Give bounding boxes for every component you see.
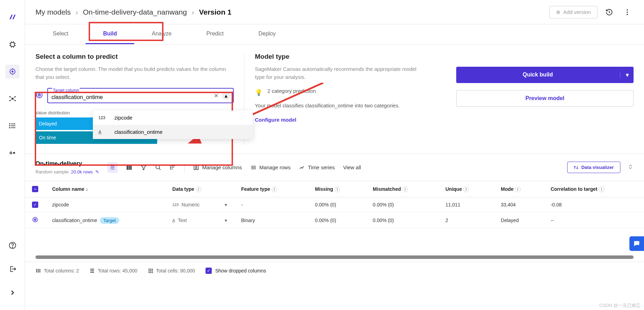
tab-analyze[interactable]: Analyze	[134, 24, 189, 44]
breadcrumb: My models › On-time-delivery-data_nanwan…	[35, 8, 232, 16]
logout-icon[interactable]	[6, 262, 19, 276]
time-series[interactable]: Time series	[299, 164, 335, 171]
info-icon[interactable]: i	[402, 187, 408, 192]
add-version-button[interactable]: ⊕ Add version	[549, 6, 597, 18]
tabs: Select Build Analyze Predict Deploy	[25, 24, 644, 44]
show-dropped-toggle[interactable]: Show dropped columns	[206, 268, 266, 274]
quick-build-label: Quick build	[461, 72, 614, 78]
list-icon[interactable]	[6, 119, 19, 133]
dropdown-item-zipcode[interactable]: 123 zipcode	[93, 111, 253, 125]
chip-icon[interactable]	[6, 38, 19, 51]
dropdown-item-classification[interactable]: A classification_ontime	[93, 125, 253, 139]
edit-icon[interactable]: ✎	[95, 169, 99, 174]
svg-rect-37	[129, 165, 130, 170]
select-all-checkbox[interactable]	[32, 186, 38, 192]
svg-rect-44	[194, 165, 196, 170]
view-all[interactable]: View all	[343, 164, 361, 170]
svg-line-19	[13, 99, 15, 101]
tab-build[interactable]: Build	[86, 24, 134, 44]
info-icon[interactable]: i	[196, 187, 201, 192]
expand-icon[interactable]	[627, 164, 634, 171]
svg-rect-56	[90, 270, 94, 271]
target-label: Target column	[52, 88, 80, 93]
header-data-type: Data typei	[166, 181, 234, 197]
breadcrumb-model[interactable]: On-time-delivery-data_nanwang	[83, 8, 187, 16]
horizontal-scrollbar[interactable]	[35, 255, 634, 259]
filter-icon[interactable]	[140, 164, 147, 171]
info-icon[interactable]: i	[515, 187, 521, 192]
chevron-down-icon[interactable]: ▾	[620, 72, 629, 78]
chat-fab[interactable]	[629, 236, 644, 251]
tab-select[interactable]: Select	[35, 24, 86, 44]
show-dropped-checkbox[interactable]	[206, 268, 212, 274]
dtype-select[interactable]: ▾	[225, 218, 227, 223]
sample-rows[interactable]: 20.0k rows	[71, 169, 93, 174]
missing: 0.00% (0)	[308, 197, 366, 212]
data-viz-label: Data visualizer	[581, 165, 614, 170]
dtype-select[interactable]: ▾	[225, 202, 227, 207]
svg-rect-58	[148, 269, 150, 270]
svg-point-32	[627, 14, 628, 15]
info-icon[interactable]: i	[463, 187, 469, 192]
manage-cols-label: Manage columns	[202, 164, 242, 170]
dtype: Numeric	[182, 202, 200, 207]
tab-predict[interactable]: Predict	[189, 24, 241, 44]
chevron-right-icon[interactable]	[6, 286, 19, 300]
dropdown-caret-icon[interactable]: ▴	[222, 91, 230, 100]
svg-point-23	[9, 124, 10, 124]
target-column-field[interactable]: Target column ✕ ▴	[47, 88, 234, 103]
sort-icon[interactable]	[170, 164, 176, 171]
data-visualizer-button[interactable]: ⫯⫰ Data visualizer	[567, 162, 620, 173]
history-icon[interactable]	[603, 6, 615, 18]
help-icon[interactable]	[6, 238, 19, 252]
logo-icon[interactable]	[6, 10, 19, 24]
info-icon[interactable]: i	[272, 187, 277, 192]
table-row[interactable]: zipcode 123Numeric▾ - 0.00% (0) 0.00% (0…	[25, 197, 644, 212]
unique: 11,011	[438, 197, 494, 212]
dataset-sample: Random sample: 20.0k rows ✎	[35, 169, 99, 174]
predict-hint: Choose the target column. The model that…	[35, 65, 234, 81]
svg-rect-60	[152, 269, 153, 270]
manage-columns[interactable]: Manage columns	[193, 164, 242, 171]
configure-model-link[interactable]: Configure model	[255, 117, 425, 123]
svg-point-31	[627, 11, 628, 13]
info-icon[interactable]: i	[599, 187, 604, 192]
list-view-icon[interactable]: ☰	[107, 162, 118, 173]
header-mismatched: Mismatchedi	[366, 181, 438, 197]
svg-rect-64	[148, 272, 150, 273]
breadcrumb-version: Version 1	[199, 8, 231, 16]
target-nav-icon[interactable]	[6, 65, 19, 79]
unique: 2	[438, 212, 494, 228]
tab-deploy[interactable]: Deploy	[241, 24, 293, 44]
breadcrumb-root[interactable]: My models	[35, 8, 71, 16]
info-icon[interactable]: i	[335, 187, 340, 192]
header-unique: Uniquei	[438, 181, 494, 197]
svg-line-16	[10, 97, 12, 99]
manage-rows[interactable]: Manage rows	[250, 164, 291, 171]
svg-point-39	[156, 165, 160, 169]
missing: 0.00% (0)	[308, 212, 366, 228]
header-column-name[interactable]: Column name ↓	[45, 181, 166, 197]
more-icon[interactable]	[621, 6, 634, 18]
svg-point-27	[13, 152, 15, 154]
watermark: CSDN @一见已难忘	[599, 302, 641, 309]
header-correlation: Correlation to targeti	[544, 181, 644, 197]
table-row[interactable]: classification_ontime Target AText▾ Bina…	[25, 212, 644, 228]
preview-model-button[interactable]: Preview model	[456, 90, 634, 107]
text-type-icon: A	[172, 218, 175, 222]
chevron-right-icon: ›	[76, 8, 78, 16]
quick-build-button[interactable]: Quick build ▾	[456, 67, 634, 83]
grid-view-icon[interactable]	[126, 164, 132, 171]
feature-type: -	[234, 197, 308, 212]
row-checkbox[interactable]	[32, 202, 38, 208]
col-name: zipcode	[45, 197, 166, 212]
dtype: Text	[178, 218, 187, 223]
predict-panel: Select a column to predict Choose the ta…	[35, 53, 234, 145]
clear-icon[interactable]: ✕	[212, 91, 220, 100]
dots-icon[interactable]	[6, 146, 19, 160]
svg-rect-61	[148, 270, 150, 271]
svg-rect-63	[152, 270, 153, 271]
search-icon[interactable]	[155, 164, 161, 171]
target-row-icon	[32, 218, 38, 224]
network-icon[interactable]	[6, 92, 19, 106]
